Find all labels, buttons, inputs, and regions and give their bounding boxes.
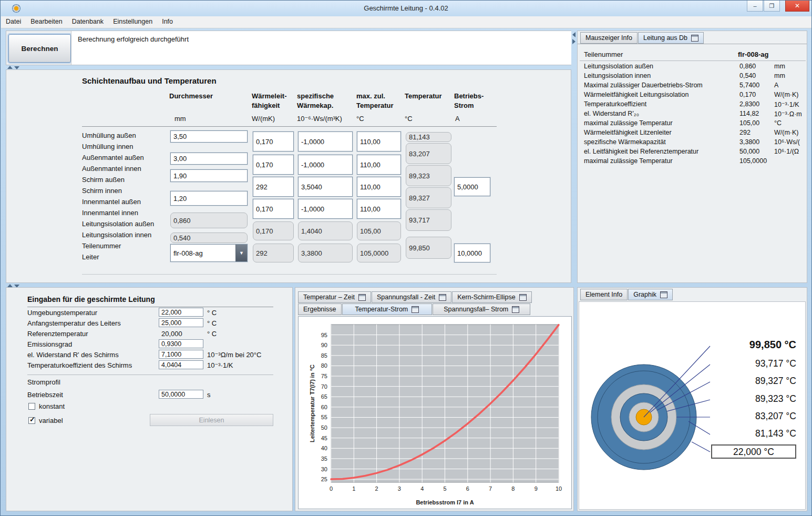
tab-mauszeiger-info[interactable]: Mauszeiger Info: [580, 32, 638, 44]
waermekap-input-1[interactable]: -1,0000: [298, 155, 353, 175]
chevron-down-icon[interactable]: ▼: [235, 245, 247, 261]
layer-row-labels: Umhüllung außen Umhüllung innen Außenman…: [82, 130, 154, 262]
detach-window-icon[interactable]: [439, 294, 446, 301]
minimize-button[interactable]: –: [747, 1, 763, 12]
durchmesser-input-2[interactable]: 1,90: [170, 169, 248, 182]
info-rows: Leitungsisolation außen 0,860 mm Leitung…: [578, 63, 808, 167]
durchmesser-output-5: 0,540: [170, 232, 248, 243]
tab-leitung-aus-db[interactable]: Leitung aus Db: [638, 32, 704, 44]
temp-label-aussenmantel: 83,207 °C: [711, 411, 798, 422]
splitter-up-icon[interactable]: [7, 66, 13, 69]
durchmesser-input-1[interactable]: 3,00: [170, 153, 248, 165]
splitter-left-icon[interactable]: [572, 32, 575, 37]
col-maxzul-1: max. zul.: [356, 92, 385, 100]
strom-input-schirm[interactable]: 5,0000: [454, 177, 490, 196]
maxtemp-input-0[interactable]: 110,00: [357, 131, 401, 151]
detach-window-icon[interactable]: [691, 35, 698, 42]
graphik-tabs: Element Info Graphik: [580, 289, 673, 300]
svg-text:10: 10: [556, 485, 562, 492]
teilenummer-dropdown[interactable]: flr-008-ag ▼: [170, 244, 248, 262]
detach-window-icon[interactable]: [519, 294, 527, 301]
unit-spez: 10⁻⁶·Ws/(m³K): [297, 115, 342, 123]
tab-spannungsfall-zeit[interactable]: Spannungsfall - Zeit: [372, 291, 451, 303]
waermekap-input-0[interactable]: -1,0000: [298, 131, 353, 151]
tab-ergebnisse[interactable]: Ergebnisse: [298, 303, 342, 315]
widerstand-schirm-input[interactable]: 7,1000: [159, 350, 203, 359]
svg-text:6: 6: [466, 485, 469, 492]
temp-label-schirm-aussen: 89,323 °C: [711, 393, 798, 404]
tab-spannungsfall-zeit-label: Spannungsfall - Zeit: [377, 294, 435, 301]
info-row: Wärmeleitfähigkeit Litzenleiter 292 W/(m…: [578, 129, 808, 138]
status-message: Berechnung erfolgreich durchgeführt: [78, 35, 189, 43]
svg-text:75: 75: [321, 373, 327, 379]
teilenummer-divider: [580, 60, 806, 61]
info-row: Leitungsisolation außen 0,860 mm: [578, 63, 808, 72]
tab-spannungsfall-strom[interactable]: Spannungsfall– Strom: [433, 303, 530, 315]
splitter-right-icon[interactable]: [572, 39, 575, 44]
temperatur-output-5: 99,850: [406, 237, 451, 259]
menu-item[interactable]: Datei: [1, 16, 26, 28]
waermekap-input-3[interactable]: -1,0000: [298, 199, 353, 219]
betriebszeit-input[interactable]: 50,0000: [159, 390, 203, 399]
konstant-checkbox[interactable]: [28, 403, 35, 410]
tempkoeff-schirm-input[interactable]: 4,0404: [159, 360, 203, 369]
tab-kern-schirm-ellipse[interactable]: Kern-Schirm-Ellipse: [452, 291, 531, 303]
detach-window-icon[interactable]: [512, 306, 519, 313]
widerstand-schirm-label: el. Widerstand R' des Schirms: [27, 351, 119, 359]
strom-input-leiter[interactable]: 10,0000: [454, 244, 490, 262]
info-row-unit: °C: [774, 119, 782, 127]
maxtemp-input-3[interactable]: 110,00: [357, 199, 401, 219]
durchmesser-input-3[interactable]: 1,20: [170, 191, 248, 206]
tab-temperatur-strom[interactable]: Temperatur-Strom: [342, 303, 433, 315]
umgebungstemperatur-input[interactable]: 22,000: [159, 308, 203, 317]
waermeleit-input-0[interactable]: 0,170: [253, 131, 294, 151]
svg-text:45: 45: [321, 435, 327, 441]
durchmesser-input-0[interactable]: 3,50: [170, 130, 248, 143]
umgebungstemperatur-unit: ° C: [207, 309, 217, 317]
info-row: spezifische Wärmekapazität 3,3800 10⁶·Ws…: [578, 138, 808, 148]
waermekap-input-2[interactable]: 3,5040: [298, 177, 353, 197]
info-row-unit: 10⁻³·1/K: [774, 100, 799, 108]
info-row: Leitungsisolation innen 0,540 mm: [578, 72, 808, 82]
tab-graphik[interactable]: Graphik: [628, 289, 673, 300]
detach-window-icon[interactable]: [358, 294, 366, 301]
info-row: el. Leitfähigkeit bei Referenztemperatur…: [578, 148, 808, 157]
umgebungstemperatur-label: Umgebungstemperatur: [27, 309, 97, 317]
variabel-checkbox[interactable]: ✓: [28, 417, 35, 424]
stromprofil-divider: [27, 375, 273, 375]
waermeleit-input-3[interactable]: 0,170: [253, 199, 294, 219]
menu-item[interactable]: Bearbeiten: [26, 16, 67, 28]
temperatur-output-0: 81,143: [406, 132, 451, 142]
menu-item[interactable]: Info: [157, 16, 178, 28]
unit-waermeleit: W/(mK): [252, 115, 275, 123]
menu-item[interactable]: Datenbank: [67, 16, 108, 28]
info-row-unit: W/(m·K): [774, 129, 799, 136]
col-maxzul-2: Temperatur: [356, 102, 394, 109]
maxtemp-output-4: 105,00: [357, 221, 401, 240]
maxtemp-input-2[interactable]: 110,00: [357, 177, 401, 197]
layers-panel: Schichtenaufbau und Temperaturen Durchme…: [6, 69, 571, 283]
emissionsgrad-input[interactable]: 0,9300: [159, 339, 203, 348]
close-button[interactable]: ✕: [785, 1, 809, 12]
info-row: Temperaturkoeffizient 2,8300 10⁻³·1/K: [578, 100, 808, 110]
svg-text:5: 5: [443, 485, 446, 492]
close-icon: ✕: [795, 2, 800, 9]
einlesen-button[interactable]: Einlesen: [150, 414, 273, 426]
anfangstemperatur-input[interactable]: 25,000: [159, 318, 203, 327]
maximize-button[interactable]: ❐: [764, 1, 780, 12]
app-icon: [12, 4, 20, 13]
waermeleit-input-1[interactable]: 0,170: [253, 155, 294, 175]
waermekap-output-5: 3,3800: [298, 244, 353, 262]
chart-tabs-row2: Ergebnisse Temperatur-Strom Spannungsfal…: [298, 303, 531, 315]
berechnen-button[interactable]: Berechnen: [8, 34, 71, 63]
waermeleit-input-2[interactable]: 292: [253, 177, 294, 197]
menu-item[interactable]: Einstellungen: [108, 16, 157, 28]
layer-row-label: Außenmantel außen: [82, 152, 154, 163]
layer-row-label: Teilenummer: [82, 240, 154, 251]
detach-window-icon[interactable]: [660, 291, 667, 298]
tab-element-info[interactable]: Element Info: [580, 289, 628, 300]
teilenummer-label: Teilenummer: [584, 50, 623, 58]
tab-temperatur-zeit[interactable]: Temperatur – Zeit: [298, 291, 371, 303]
maxtemp-input-1[interactable]: 110,00: [357, 155, 401, 175]
detach-window-icon[interactable]: [412, 306, 419, 313]
